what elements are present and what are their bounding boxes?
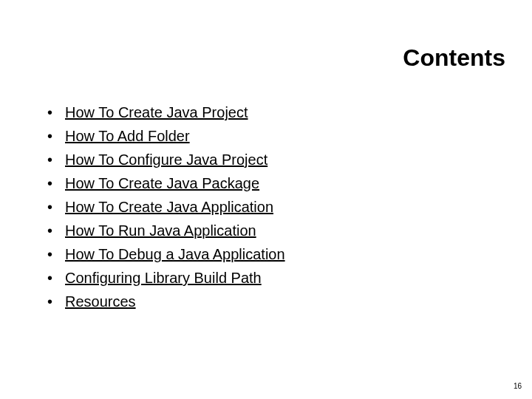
list-item: • How To Debug a Java Application <box>47 244 285 265</box>
list-item: • How To Create Java Application <box>47 197 285 217</box>
contents-link[interactable]: How To Configure Java Project <box>65 149 267 170</box>
contents-link[interactable]: Resources <box>65 291 136 312</box>
bullet-icon: • <box>47 291 65 312</box>
list-item: • How To Add Folder <box>47 126 285 146</box>
contents-link[interactable]: Configuring Library Build Path <box>65 267 262 288</box>
bullet-icon: • <box>47 197 65 217</box>
contents-link[interactable]: How To Add Folder <box>65 126 190 146</box>
contents-link[interactable]: How To Create Java Package <box>65 173 259 194</box>
bullet-icon: • <box>47 244 65 265</box>
list-item: • How To Create Java Package <box>47 173 285 194</box>
list-item: • How To Run Java Application <box>47 220 285 241</box>
bullet-icon: • <box>47 102 65 123</box>
list-item: • Resources <box>47 291 285 312</box>
contents-link[interactable]: How To Create Java Application <box>65 197 273 217</box>
contents-link[interactable]: How To Run Java Application <box>65 220 256 241</box>
bullet-icon: • <box>47 126 65 146</box>
list-item: • How To Configure Java Project <box>47 149 285 170</box>
page-number: 16 <box>514 382 522 390</box>
contents-link[interactable]: How To Create Java Project <box>65 102 248 123</box>
slide: Contents • How To Create Java Project • … <box>0 0 532 399</box>
bullet-icon: • <box>47 173 65 194</box>
bullet-icon: • <box>47 149 65 170</box>
contents-list: • How To Create Java Project • How To Ad… <box>47 102 285 315</box>
page-title: Contents <box>403 44 505 72</box>
list-item: • How To Create Java Project <box>47 102 285 123</box>
list-item: • Configuring Library Build Path <box>47 267 285 288</box>
bullet-icon: • <box>47 220 65 241</box>
bullet-icon: • <box>47 267 65 288</box>
contents-link[interactable]: How To Debug a Java Application <box>65 244 285 265</box>
